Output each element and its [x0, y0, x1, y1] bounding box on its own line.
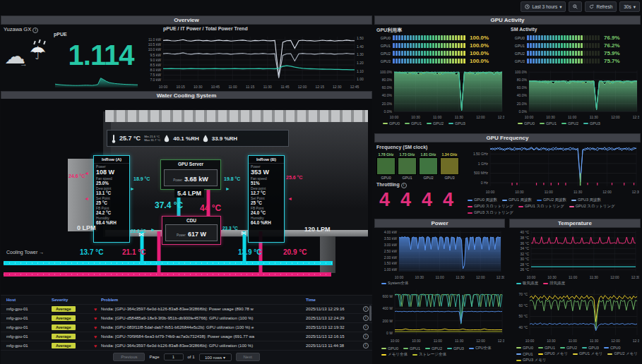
temperature-chart[interactable]: 40 °C38 °C36 °C34 °C32 °C30 °C28 °C26 °C…	[510, 229, 639, 279]
info-icon[interactable]: i	[363, 315, 369, 321]
time-range-picker[interactable]: Last 3 hours ▾	[521, 1, 566, 12]
row-header-gpu-frequency[interactable]: GPU Frequency	[374, 133, 641, 142]
rows-per-page-select[interactable]: 100 rows ▾	[199, 353, 232, 361]
legend-item[interactable]: 吸気温度	[516, 281, 538, 286]
legend-item[interactable]: ストレージ全体	[412, 352, 446, 357]
legend-item[interactable]: GPU2 メモリ	[607, 351, 637, 356]
alert-time: 2025/11/13 12:16:15	[306, 334, 359, 339]
gpu-util-legend[interactable]: GPU0GPU1GPU2GPU3	[383, 121, 503, 126]
component-temperature-chart[interactable]: 70 °C60 °C50 °C40 °C10:0010:3011:0011:30…	[510, 288, 639, 343]
row-header-gpu-activity[interactable]: GPU Activity	[374, 16, 641, 25]
legend-item[interactable]: GPU3	[582, 346, 599, 350]
system-power-legend[interactable]: System全体	[381, 281, 408, 286]
alert-row[interactable]: mfg-gpu-01Average♥Nvidia: [GPU-70f9f684-…	[1, 332, 372, 341]
component-power-chart[interactable]: 600 W400 W200 W0 W10:0010:3011:0011:3012…	[375, 288, 504, 343]
svg-text:80.0%: 80.0%	[382, 78, 393, 82]
alert-row[interactable]: mfg-gpu-01Average♥Nvidia: [GPU-364c3597-…	[1, 305, 372, 314]
legend-item[interactable]: CPU1	[516, 352, 533, 356]
refresh-button[interactable]: Refresh	[585, 1, 617, 12]
legend-item[interactable]: GPU2 スロットリング	[569, 204, 615, 209]
legend-item[interactable]: GPU3	[448, 121, 465, 126]
legend-item[interactable]: GPU2	[425, 346, 442, 351]
legend-item[interactable]: GPU1 スロットリング	[518, 204, 564, 209]
legend-item[interactable]: GPU0	[516, 346, 533, 350]
legend-item[interactable]: GPU3 メモリ	[516, 358, 546, 363]
power-trend-chart[interactable]: 11.0 kW10.5 kW10.0 kW9.5 kW9.0 kW8.5 kW8…	[139, 35, 371, 89]
svg-text:26 °C: 26 °C	[520, 267, 529, 272]
info-icon[interactable]: i	[363, 343, 369, 348]
legend-item[interactable]: CPU全体	[469, 346, 492, 351]
legend-item[interactable]: GPU3 スロットリング	[468, 210, 513, 215]
svg-text:1.50 kW: 1.50 kW	[384, 261, 398, 265]
row-header-overview[interactable]: Overview	[1, 16, 372, 25]
inrow-metric: Set Point25 °C	[249, 197, 284, 205]
alert-row[interactable]: mfg-gpu-01Average♥Nvidia: [GPU-083f11f8-…	[1, 323, 372, 332]
legend-item[interactable]: GPU2 周波数	[537, 198, 566, 202]
col-problem[interactable]: Problem	[101, 298, 306, 302]
svg-text:12:30: 12:30	[333, 85, 342, 89]
info-icon[interactable]: i	[32, 28, 38, 33]
info-icon[interactable]: i	[363, 306, 369, 312]
frequency-tile[interactable]: 1.34 GHzGPU3	[440, 152, 459, 180]
next-page-button[interactable]: Next	[236, 353, 260, 361]
legend-item[interactable]: GPU1	[405, 121, 422, 126]
legend-item[interactable]: System全体	[381, 281, 408, 286]
legend-item[interactable]: CPU0	[604, 346, 621, 350]
legend-item[interactable]: GPU1 周波数	[502, 198, 532, 202]
legend-item[interactable]: メモリ全体	[381, 352, 408, 357]
alert-row[interactable]: mfg-gpu-01Average♥Nvidia: [GPU-d58485a9-…	[1, 314, 372, 323]
component-temperature-legend[interactable]: GPU0GPU1GPU2GPU3CPU0CPU1GPU0 メモリGPU1 メモリ…	[516, 346, 638, 363]
gpu-frequency-legend[interactable]: GPU0 周波数GPU1 周波数GPU2 周波数GPU3 周波数GPU0 スロッ…	[468, 198, 639, 215]
alert-row[interactable]: mfg-gpu-01Average♥Nvidia: [GPU-364c3597-…	[1, 341, 372, 351]
sm-activity-trend-chart[interactable]: 100.0%80.0%60.0%40.0%20.0%0.0%10:0010:30…	[510, 68, 639, 119]
info-icon[interactable]: i	[363, 334, 369, 339]
row-header-temperature[interactable]: Temperature	[509, 219, 641, 228]
legend-item[interactable]: GPU1 メモリ	[573, 351, 602, 356]
svg-text:11:30: 11:30	[590, 275, 598, 279]
legend-item[interactable]: GPU3	[583, 121, 600, 126]
info-icon[interactable]: i	[401, 183, 407, 188]
sm-activity-legend[interactable]: GPU0GPU1GPU2GPU3	[518, 121, 638, 126]
component-power-legend[interactable]: GPU0GPU1GPU2GPU3CPU全体メモリ全体ストレージ全体	[381, 346, 503, 357]
frequency-tile[interactable]: 1.81 GHzGPU2	[419, 152, 438, 180]
legend-item[interactable]: GPU2	[561, 121, 578, 126]
throttle-count: 4	[422, 189, 432, 211]
gpu-frequency-chart[interactable]: 1.50 GHz1 GHz500 MHz0 Hz10:0010:3011:001…	[463, 143, 639, 194]
svg-text:12:30: 12:30	[632, 190, 639, 194]
zoom-out-button[interactable]	[569, 1, 582, 12]
system-power-chart[interactable]: 4.00 kW3.50 kW3.00 kW2.50 kW2.00 kW1.50 …	[375, 229, 504, 279]
legend-item[interactable]: GPU1	[540, 121, 557, 126]
legend-item[interactable]: GPU3 周波数	[571, 198, 601, 202]
col-time[interactable]: Time	[306, 298, 359, 302]
frequency-tile[interactable]: 1.78 GHzGPU0	[376, 152, 396, 180]
svg-text:8.0 kW: 8.0 kW	[150, 68, 161, 72]
ppue-sparkline[interactable]	[55, 75, 138, 87]
legend-item[interactable]: GPU0	[383, 121, 400, 126]
info-icon[interactable]: i	[363, 324, 369, 330]
sm-activity-title: SM Activity	[511, 27, 537, 32]
legend-item[interactable]: GPU0 スロットリング	[468, 204, 513, 209]
col-host[interactable]: Host	[1, 298, 52, 302]
row-header-power[interactable]: Power	[374, 219, 505, 228]
temperature-legend[interactable]: 吸気温度排気温度	[516, 281, 565, 286]
previous-page-button[interactable]: Previous	[113, 353, 145, 361]
legend-item[interactable]: GPU0	[518, 121, 535, 126]
svg-text:10:00: 10:00	[525, 115, 534, 119]
legend-item[interactable]: GPU1	[538, 346, 555, 350]
legend-item[interactable]: GPU1	[403, 346, 420, 351]
table-scrollbar[interactable]	[369, 305, 371, 321]
legend-item[interactable]: GPU0 周波数	[468, 198, 497, 202]
page-input[interactable]: 1	[164, 353, 184, 360]
legend-item[interactable]: GPU0	[381, 346, 398, 351]
legend-item[interactable]: GPU2	[560, 346, 577, 350]
gpu-util-trend-chart[interactable]: 100.0%80.0%60.0%40.0%20.0%0.0%10:0010:30…	[375, 68, 504, 119]
legend-item[interactable]: 排気温度	[543, 281, 565, 286]
svg-text:2.50 kW: 2.50 kW	[384, 249, 398, 253]
dashboard: Last 3 hours ▾ Refresh 30s ▾ Overview Yu…	[0, 0, 642, 364]
refresh-interval-select[interactable]: 30s ▾	[619, 1, 640, 12]
frequency-tile[interactable]: 1.73 GHzGPU1	[398, 152, 417, 180]
legend-item[interactable]: GPU0 メモリ	[538, 351, 568, 356]
col-severity[interactable]: Severity	[52, 298, 90, 302]
legend-item[interactable]: GPU3	[447, 346, 464, 351]
legend-item[interactable]: GPU2	[427, 121, 444, 126]
